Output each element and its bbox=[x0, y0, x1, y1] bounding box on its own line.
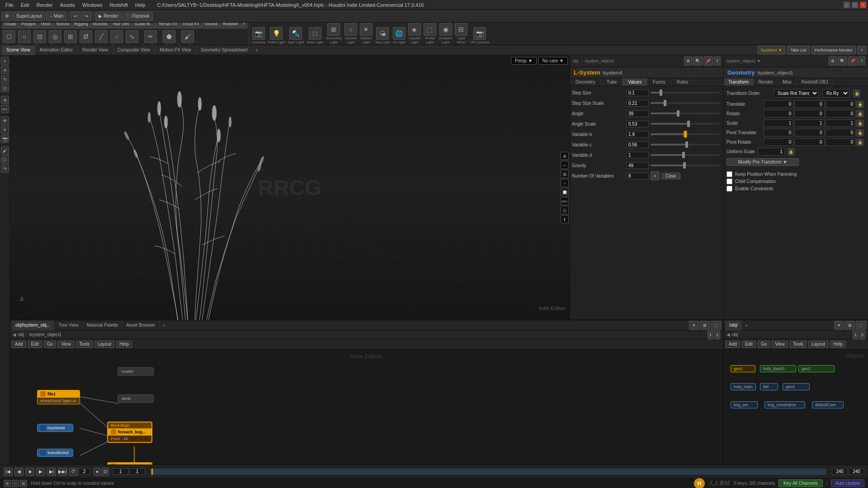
geo-tab-misc[interactable]: Misc bbox=[778, 78, 797, 86]
child-compensation-checkbox[interactable] bbox=[726, 178, 732, 184]
lsys-breadcrumb-obj[interactable]: obj bbox=[573, 59, 578, 63]
lsys-tab-rules[interactable]: Rules bbox=[671, 78, 694, 86]
transform-breadcrumb-obj[interactable]: lsystem_object1 ▼ bbox=[726, 59, 761, 63]
node-left-tab-asset[interactable]: Asset Browser bbox=[123, 320, 159, 330]
lsys-tab-tube[interactable]: Tube bbox=[601, 78, 623, 86]
translate-z[interactable] bbox=[826, 100, 855, 108]
shelf-ambientlight[interactable]: ◉ AmbientLight bbox=[438, 23, 453, 45]
node-file1[interactable]: file1 wheatStock.bgeo.sc bbox=[37, 390, 80, 404]
shelf-tab-polygon[interactable]: Polygon bbox=[19, 23, 38, 28]
timeline-end-btn[interactable]: ▶▶| bbox=[58, 468, 67, 476]
node-copytopoints[interactable]: copytopoints... bbox=[107, 462, 152, 465]
enable-constraints-label[interactable]: Enable Constraints bbox=[735, 186, 774, 191]
tool-sculpt[interactable]: ⬡ bbox=[1, 155, 9, 164]
vp-tool6[interactable]: ⊡ bbox=[561, 206, 569, 214]
shelf-spraypaint[interactable]: 🖌 Spray Paint bbox=[177, 29, 198, 45]
super-layout-btn[interactable]: SuperLayout bbox=[13, 12, 45, 21]
node-right-expand-btn[interactable]: ⬚ bbox=[856, 321, 866, 330]
node-zoom-btn[interactable]: 2 bbox=[714, 330, 720, 339]
shelf-arealight[interactable]: □ Area Light bbox=[306, 26, 324, 45]
tool-snap[interactable]: ⊷ bbox=[1, 105, 9, 113]
shelf-tab-texture[interactable]: Texture bbox=[54, 23, 72, 28]
param-varb-input[interactable] bbox=[626, 131, 649, 138]
shelf-add-btn[interactable]: + bbox=[241, 23, 247, 28]
shelf-tab-mesh[interactable]: Mesh bbox=[39, 23, 53, 28]
param-vard-input[interactable] bbox=[626, 152, 649, 159]
persp-btn[interactable]: Persp ▼ bbox=[511, 57, 537, 65]
node-right-help-btn[interactable]: Help bbox=[830, 341, 846, 348]
node-view-btn[interactable]: View bbox=[58, 341, 74, 348]
node-right-add-tab[interactable]: + bbox=[742, 323, 750, 328]
shelf-drawcurve[interactable]: ✏ Draw Curve bbox=[140, 29, 161, 45]
shelf-tab-hairutils[interactable]: Hair Utils bbox=[111, 23, 132, 28]
timeline-anim-btn[interactable]: ⊡ bbox=[102, 468, 109, 476]
shelf-causticlight[interactable]: ◈ CausticLight bbox=[407, 23, 422, 45]
node-geo3[interactable]: geo3 bbox=[783, 383, 810, 390]
shelf-skylight[interactable]: 🌤 Sky Light bbox=[374, 26, 391, 45]
transform-pin-btn[interactable]: 📌 bbox=[848, 56, 858, 66]
rotate-lock[interactable]: 🔒 bbox=[856, 110, 863, 117]
pivot-rotate-x[interactable] bbox=[764, 138, 793, 146]
node-left-tab-tree[interactable]: Tree View bbox=[55, 320, 82, 330]
transform-settings-btn[interactable]: ⚙ bbox=[829, 56, 837, 66]
panel-add-tab[interactable]: + bbox=[252, 47, 260, 53]
timeline-record-btn[interactable]: ● bbox=[94, 468, 101, 476]
node-right-tab-obj[interactable]: /obj/ bbox=[726, 320, 742, 330]
vp-tool1[interactable]: ⊕ bbox=[561, 152, 569, 160]
nocam-btn[interactable]: No cam ▼ bbox=[538, 57, 568, 65]
node-layout-btn[interactable]: Layout bbox=[94, 341, 114, 348]
timeline-next-btn[interactable]: ▶| bbox=[47, 468, 56, 476]
tool-handle[interactable]: ⊕ bbox=[1, 96, 9, 104]
node-transform2[interactable]: transform2 bbox=[37, 449, 73, 457]
lsys-pin-btn[interactable]: 📌 bbox=[703, 56, 713, 66]
node-canvas-right[interactable]: Objects geo1 bobj_Back0 geo2 hobj_main b… bbox=[724, 349, 868, 465]
vp-tool2[interactable]: ↔ bbox=[561, 161, 569, 169]
child-compensation-label[interactable]: Child Compensation bbox=[735, 179, 776, 184]
param-angle-input[interactable] bbox=[626, 110, 649, 117]
redo-btn[interactable]: ↪ bbox=[81, 12, 91, 21]
transform-order-select[interactable]: Scale Rot Trans bbox=[774, 89, 819, 98]
menu-assets[interactable]: Assets bbox=[57, 1, 79, 9]
clear-btn[interactable]: Clear bbox=[661, 173, 680, 179]
geo-tab-transform[interactable]: Transform bbox=[724, 78, 754, 86]
shelf-circle[interactable]: ○ Circle bbox=[109, 29, 124, 45]
maximize-button[interactable]: □ bbox=[852, 2, 858, 8]
breadcrumb-lsystem[interactable]: lsystem_object1 bbox=[29, 332, 62, 337]
uniform-scale-input[interactable] bbox=[758, 148, 785, 155]
param-vard-slider[interactable] bbox=[651, 154, 720, 156]
lsys-breadcrumb-path[interactable]: lsystem_object1 bbox=[585, 59, 614, 63]
node-geo1[interactable]: geo1 bbox=[731, 365, 755, 372]
node-scatter[interactable]: scatter bbox=[118, 367, 154, 375]
node-snap-btn[interactable]: 1 bbox=[708, 330, 713, 339]
node-right-grid-btn[interactable]: ⊞ bbox=[845, 321, 855, 330]
shelf-distantlight[interactable]: ☀ DistantLight bbox=[359, 23, 373, 45]
node-left-grid-btn[interactable]: ⊞ bbox=[700, 321, 710, 330]
node-left-tab-material[interactable]: Material Palette bbox=[83, 320, 122, 330]
geo-tab-render[interactable]: Render bbox=[754, 78, 778, 86]
pivot-rotate-lock[interactable]: 🔒 bbox=[856, 139, 863, 146]
scale-lock[interactable]: 🔒 bbox=[856, 120, 863, 127]
menu-windows[interactable]: Windows bbox=[79, 1, 106, 9]
transform-axes-select[interactable]: Rx Ry Rz bbox=[822, 89, 849, 98]
take-list-btn[interactable]: Take List bbox=[787, 46, 810, 55]
shelf-camera[interactable]: 📷 Camera bbox=[251, 26, 266, 45]
shelf-curve[interactable]: ∿ Curve bbox=[125, 29, 139, 45]
timeline-start-frame[interactable] bbox=[113, 468, 128, 475]
param-varb-slider[interactable] bbox=[651, 133, 720, 135]
pivot-translate-y[interactable] bbox=[794, 129, 824, 136]
menu-redshift[interactable]: Redshift bbox=[106, 1, 131, 9]
menu-render[interactable]: Render bbox=[33, 1, 57, 9]
enable-constraints-checkbox[interactable] bbox=[726, 186, 732, 192]
node-attrib[interactable]: attrib bbox=[118, 394, 154, 403]
minimize-button[interactable]: – bbox=[844, 2, 850, 8]
lsys-settings-btn[interactable]: ⚙ bbox=[684, 56, 692, 66]
node-left-expand-btn[interactable]: ⬚ bbox=[711, 321, 721, 330]
tab-composite-view[interactable]: Composite View bbox=[113, 45, 155, 55]
status-tool2[interactable]: ↔ bbox=[12, 480, 19, 487]
shelf-geolight[interactable]: ⊞ GeometryLight bbox=[325, 23, 343, 45]
key-all-channels-btn[interactable]: Key All Channels bbox=[778, 479, 823, 487]
tool-move[interactable]: ✛ bbox=[1, 66, 9, 74]
lsys-tab-geometry[interactable]: Geometry bbox=[570, 78, 601, 86]
param-varc-input[interactable] bbox=[626, 141, 649, 148]
node-right-edit-btn[interactable]: Edit bbox=[742, 341, 756, 348]
